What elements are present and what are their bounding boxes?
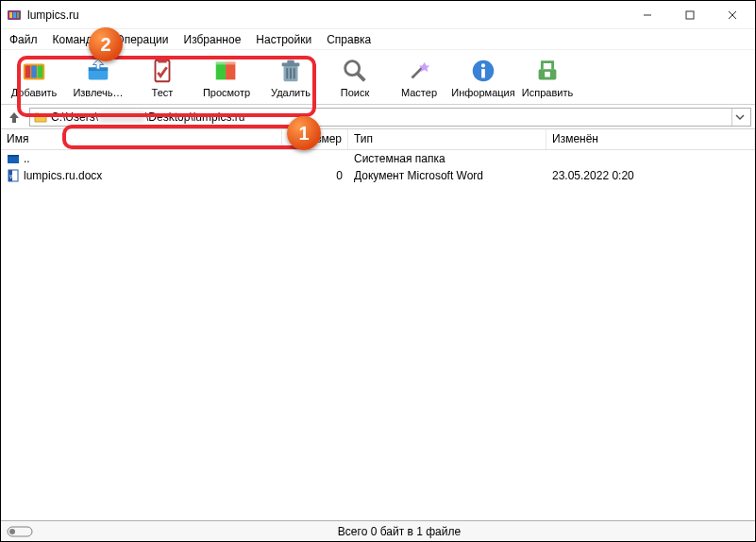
menu-options[interactable]: Настройки xyxy=(249,31,318,48)
info-button[interactable]: Информация xyxy=(456,53,511,102)
svg-rect-18 xyxy=(216,61,236,64)
svg-rect-32 xyxy=(545,71,550,76)
wizard-label: Мастер xyxy=(401,87,437,98)
delete-icon xyxy=(277,57,305,85)
menu-bar: Файл Команды Операции Избранное Настройк… xyxy=(1,29,755,50)
list-item-parent[interactable]: .. Системная папка xyxy=(1,150,755,167)
address-dropdown[interactable] xyxy=(731,109,747,126)
wizard-icon xyxy=(405,57,433,85)
test-icon xyxy=(148,57,176,85)
folder-icon xyxy=(34,110,47,124)
test-button[interactable]: Тест xyxy=(135,53,190,102)
find-icon xyxy=(341,57,369,85)
extract-button[interactable]: Извлечь… xyxy=(71,53,126,102)
status-text: Всего 0 байт в 1 файле xyxy=(43,525,755,538)
list-item-file[interactable]: W lumpics.ru.docx 0 Документ Microsoft W… xyxy=(1,167,755,184)
toolbar: Добавить Извлечь… Тест Просмотр xyxy=(1,50,755,105)
svg-rect-21 xyxy=(287,59,294,63)
address-suffix: \Desktop\lumpics.ru xyxy=(145,110,244,124)
up-button[interactable] xyxy=(5,108,24,127)
cell-size: 0 xyxy=(282,169,348,182)
docx-icon: W xyxy=(7,169,20,182)
view-button[interactable]: Просмотр xyxy=(199,53,254,102)
add-button[interactable]: Добавить xyxy=(7,53,61,102)
repair-icon xyxy=(533,57,562,85)
file-list[interactable]: .. Системная папка W lumpics.ru.docx 0 Д… xyxy=(1,150,755,507)
cell-name: .. xyxy=(24,152,30,165)
info-label: Информация xyxy=(451,87,514,98)
svg-point-39 xyxy=(9,529,15,534)
address-text: C:\Users\\Desktop\lumpics.ru xyxy=(51,110,728,124)
address-blurred xyxy=(99,111,144,123)
col-type[interactable]: Тип xyxy=(348,129,546,149)
col-modified[interactable]: Изменён xyxy=(546,129,755,149)
wizard-button[interactable]: Мастер xyxy=(392,53,446,102)
view-icon xyxy=(212,57,241,85)
col-size[interactable]: Размер xyxy=(282,129,348,149)
info-icon xyxy=(469,57,497,85)
minimize-button[interactable] xyxy=(626,2,668,28)
svg-rect-5 xyxy=(686,11,694,19)
address-input[interactable]: C:\Users\\Desktop\lumpics.ru xyxy=(29,108,751,127)
view-label: Просмотр xyxy=(203,87,250,98)
menu-commands[interactable]: Команды xyxy=(46,31,108,48)
svg-point-25 xyxy=(345,60,360,75)
arrow-up-icon xyxy=(8,110,21,124)
title-bar: lumpics.ru xyxy=(1,1,755,29)
list-header: Имя Размер Тип Изменён xyxy=(1,129,755,150)
svg-rect-15 xyxy=(158,58,166,62)
svg-rect-1 xyxy=(9,12,12,18)
svg-rect-2 xyxy=(13,12,16,18)
menu-tools[interactable]: Операции xyxy=(109,31,175,48)
repair-label: Исправить xyxy=(522,87,573,98)
menu-file[interactable]: Файл xyxy=(3,31,44,48)
extract-icon xyxy=(84,57,112,85)
cell-name: lumpics.ru.docx xyxy=(24,169,102,182)
address-prefix: C:\Users\ xyxy=(51,110,98,124)
status-icon xyxy=(1,526,43,537)
window-title: lumpics.ru xyxy=(27,8,626,22)
cell-mod: 23.05.2022 0:20 xyxy=(546,169,755,182)
svg-line-26 xyxy=(358,73,365,80)
address-bar: C:\Users\\Desktop\lumpics.ru xyxy=(1,105,755,129)
close-button[interactable] xyxy=(711,2,753,28)
app-icon xyxy=(7,8,22,23)
svg-point-30 xyxy=(481,63,485,67)
add-icon xyxy=(20,57,48,85)
chevron-down-icon xyxy=(735,112,745,122)
status-bar: Всего 0 байт в 1 файле xyxy=(1,520,755,541)
test-label: Тест xyxy=(152,87,174,98)
svg-rect-10 xyxy=(31,65,37,77)
repair-button[interactable]: Исправить xyxy=(520,53,575,102)
svg-text:W: W xyxy=(9,174,15,179)
menu-favorites[interactable]: Избранное xyxy=(177,31,248,48)
cell-type: Системная папка xyxy=(348,152,546,165)
svg-rect-34 xyxy=(8,155,19,157)
extract-label: Извлечь… xyxy=(73,87,123,98)
svg-rect-14 xyxy=(156,59,170,81)
svg-rect-29 xyxy=(481,69,485,77)
maximize-button[interactable] xyxy=(668,2,711,28)
find-button[interactable]: Поиск xyxy=(328,53,382,102)
cell-type: Документ Microsoft Word xyxy=(348,169,546,182)
delete-button[interactable]: Удалить xyxy=(263,53,318,102)
svg-rect-11 xyxy=(38,65,43,77)
col-name[interactable]: Имя xyxy=(1,129,282,149)
delete-label: Удалить xyxy=(271,87,311,98)
svg-rect-3 xyxy=(17,12,19,18)
menu-help[interactable]: Справка xyxy=(320,31,378,48)
svg-rect-9 xyxy=(25,65,31,77)
add-label: Добавить xyxy=(11,87,58,98)
folder-up-icon xyxy=(7,152,20,165)
find-label: Поиск xyxy=(341,87,369,98)
